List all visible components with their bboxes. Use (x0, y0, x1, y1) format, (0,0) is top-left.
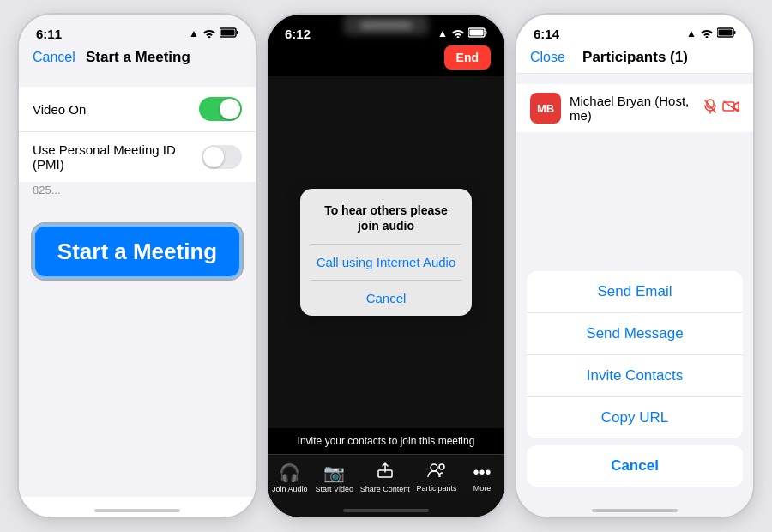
audio-cancel-button[interactable]: Cancel (311, 281, 461, 316)
screen2-time: 6:12 (285, 27, 311, 41)
screen2-signal-icon: ▲ (437, 27, 448, 39)
svg-rect-2 (221, 29, 235, 35)
home-bar (94, 509, 180, 512)
participants-title: Participants (1) (582, 49, 688, 66)
invite-section (516, 132, 753, 271)
participant-avatar: MB (530, 93, 561, 124)
invite-text: Invite your contacts to join this meetin… (268, 428, 504, 454)
send-email-button[interactable]: Send Email (527, 271, 743, 313)
screen3-phone: 6:14 ▲ Close Participants (1) MB Michael… (515, 13, 755, 519)
copy-url-button[interactable]: Copy URL (527, 397, 743, 438)
start-video-icon: 📷 (323, 462, 345, 483)
more-label: More (473, 484, 492, 493)
screen2-status-icons: ▲ (437, 27, 487, 40)
pmi-toggle-knob (203, 147, 224, 167)
share-content-label: Share Content (360, 485, 410, 493)
screen2-battery-icon (468, 27, 487, 40)
screen1-time: 6:11 (36, 27, 62, 41)
more-btn[interactable]: ••• More (463, 462, 501, 493)
close-button[interactable]: Close (530, 50, 565, 65)
share-content-btn[interactable]: Share Content (360, 462, 410, 493)
send-message-button[interactable]: Send Message (527, 313, 743, 355)
call-internet-audio-button[interactable]: Call using Internet Audio (311, 245, 461, 280)
screen1-phone: 6:11 ▲ Cancel Start a Meeting Video On (17, 13, 257, 519)
more-icon: ••• (473, 462, 492, 482)
start-video-label: Start Video (316, 485, 353, 493)
screen3-signal-icon: ▲ (686, 27, 697, 39)
pmi-row: Use Personal Meeting ID (PMI) (19, 132, 256, 182)
svg-point-9 (431, 464, 437, 471)
screen3-home-indicator (516, 497, 753, 517)
screen1-status-bar: 6:11 ▲ (19, 15, 256, 45)
svg-rect-14 (734, 31, 736, 34)
screen2-home-bar (343, 509, 429, 512)
screen1-content: Video On Use Personal Meeting ID (PMI) 8… (19, 73, 256, 497)
join-audio-icon: 🎧 (279, 462, 300, 483)
svg-point-10 (439, 464, 444, 469)
svg-line-18 (724, 101, 738, 112)
battery-icon (220, 27, 238, 40)
screen1-video-section: Video On Use Personal Meeting ID (PMI) (19, 87, 256, 182)
svg-rect-17 (723, 102, 734, 111)
invite-contacts-button[interactable]: Invite Contacts (527, 355, 743, 397)
video-area: To hear others please join audio Call us… (268, 76, 504, 428)
participant-name: Michael Bryan (Host, me) (570, 94, 695, 123)
start-meeting-label: Start a Meeting (57, 239, 217, 265)
toggle-knob (220, 99, 240, 119)
participants-icon (427, 462, 446, 482)
svg-point-0 (208, 36, 211, 38)
participant-status-icons (703, 99, 739, 118)
join-audio-label: Join Audio (272, 485, 308, 493)
participant-row: MB Michael Bryan (Host, me) (516, 84, 753, 132)
svg-rect-6 (470, 29, 484, 35)
screen3-time: 6:14 (534, 27, 559, 41)
audio-dialog-title: To hear others please join audio (311, 203, 461, 244)
screen2-wifi-icon (451, 27, 465, 40)
screen3-status-bar: 6:14 ▲ (516, 15, 753, 45)
cancel-button[interactable]: Cancel (527, 445, 743, 487)
pmi-value: 825... (19, 182, 256, 203)
wifi-icon (202, 27, 216, 40)
participants-btn[interactable]: Participants (416, 462, 456, 493)
svg-rect-3 (237, 31, 238, 34)
participants-label: Participants (416, 484, 456, 493)
screen1-home-indicator (19, 497, 256, 517)
blurred-name: ■■■■■■■ (343, 15, 428, 35)
screen3-wifi-icon (700, 27, 714, 40)
start-meeting-button[interactable]: Start a Meeting (33, 224, 242, 279)
video-on-label: Video On (33, 102, 86, 117)
screen1-nav: Cancel Start a Meeting (19, 45, 256, 73)
screen3-status-icons: ▲ (686, 27, 736, 40)
mic-muted-icon (703, 99, 717, 118)
svg-rect-7 (486, 31, 487, 34)
screens-container: 6:11 ▲ Cancel Start a Meeting Video On (9, 4, 763, 528)
video-toggle[interactable] (199, 97, 242, 121)
pmi-label: Use Personal Meeting ID (PMI) (33, 142, 202, 172)
pmi-toggle[interactable] (202, 145, 242, 169)
screen2-header: ■■■■■■■ End (268, 45, 504, 76)
screen3-nav: Close Participants (1) (516, 45, 753, 74)
screen3-home-bar (592, 509, 678, 512)
svg-point-11 (706, 36, 709, 38)
screen3-battery-icon (717, 27, 736, 40)
video-on-row: Video On (19, 87, 256, 132)
share-content-icon (377, 462, 394, 483)
screen2-home-indicator (268, 497, 504, 517)
screen1-title: Start a Meeting (86, 49, 190, 66)
signal-icon: ▲ (189, 27, 199, 39)
start-video-btn[interactable]: 📷 Start Video (316, 462, 353, 493)
screen1-status-icons: ▲ (189, 27, 238, 40)
camera-off-icon (722, 100, 739, 116)
svg-point-4 (457, 36, 460, 38)
action-group: Send Email Send Message Invite Contacts … (527, 271, 743, 438)
audio-dialog: To hear others please join audio Call us… (300, 189, 472, 316)
screen2-toolbar: 🎧 Join Audio 📷 Start Video Share Content (268, 454, 504, 497)
join-audio-btn[interactable]: 🎧 Join Audio (271, 462, 309, 493)
screen1-cancel-button[interactable]: Cancel (33, 50, 75, 65)
action-sheet: Send Email Send Message Invite Contacts … (516, 271, 753, 497)
svg-rect-13 (719, 29, 733, 35)
end-call-button[interactable]: End (444, 45, 491, 70)
screen2-phone: 6:12 ▲ ■■■■■■■ End To hear others please… (266, 13, 506, 519)
